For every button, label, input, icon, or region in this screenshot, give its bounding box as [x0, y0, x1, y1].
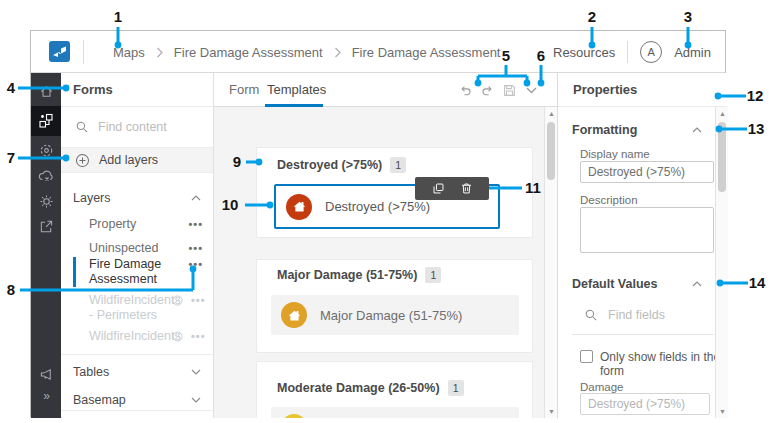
- chevron-right-icon: [156, 47, 163, 58]
- callout-4: 4: [0, 79, 22, 96]
- scrollbar-thumb[interactable]: [547, 122, 555, 180]
- layer-row-wildfire-incidents[interactable]: WildfireIncidents •••: [61, 325, 213, 347]
- scrollbar-thumb[interactable]: [718, 122, 726, 192]
- template-group-header: Destroyed (>75%) 1: [277, 157, 406, 173]
- group-count-badge: 1: [448, 380, 464, 396]
- sidebar-collapse-button[interactable]: »: [31, 389, 61, 403]
- gear-icon: [39, 194, 54, 209]
- add-layers-button[interactable]: Add layers: [61, 148, 213, 173]
- formatting-section-header[interactable]: Formatting: [572, 123, 702, 137]
- default-values-section-header[interactable]: Default Values: [572, 277, 702, 291]
- find-fields-input[interactable]: [608, 308, 698, 322]
- divider: [572, 334, 714, 335]
- damage-field-label: Damage: [580, 381, 623, 393]
- app-header: Maps Fire Damage Assessment Fire Damage …: [31, 31, 725, 73]
- add-layers-label: Add layers: [99, 153, 158, 167]
- save-button[interactable]: [501, 82, 518, 99]
- layer-options-button[interactable]: •••: [191, 329, 206, 344]
- layer-row-fire-damage-assessment[interactable]: Fire Damage Assessment •••: [61, 257, 213, 289]
- search-input[interactable]: [98, 120, 198, 134]
- properties-scrollbar[interactable]: ▲ ▼: [715, 107, 728, 418]
- offline-cloud-icon: [38, 168, 54, 184]
- callout-12: 12: [744, 87, 766, 104]
- callout-8: 8: [0, 281, 22, 298]
- group-label: Major Damage (51-75%): [277, 268, 417, 282]
- forms-icon: [38, 113, 54, 129]
- editor-panel: Form Templates: [214, 73, 557, 418]
- layer-options-button[interactable]: •••: [188, 217, 203, 232]
- sidebar-item-overview[interactable]: [31, 78, 61, 104]
- avatar[interactable]: A: [640, 41, 662, 63]
- sidebar-item-feedback[interactable]: [31, 361, 61, 387]
- callout-5: 5: [495, 47, 517, 64]
- field-maps-logo-icon[interactable]: [49, 41, 70, 62]
- chevron-right-icon: [334, 47, 341, 58]
- callout-7: 7: [0, 149, 22, 166]
- scroll-up-arrow[interactable]: ▲: [545, 107, 557, 120]
- template-card-moderate-damage[interactable]: Moderate Damage (26-50%): [271, 407, 519, 418]
- chevron-down-icon: [191, 397, 201, 403]
- find-fields-search[interactable]: [584, 308, 698, 322]
- home-icon: [39, 84, 54, 99]
- template-card-major-damage[interactable]: Major Damage (51-75%): [271, 295, 519, 335]
- sidebar-item-forms[interactable]: [31, 106, 61, 136]
- layer-options-button[interactable]: •••: [191, 293, 206, 308]
- tab-templates[interactable]: Templates: [267, 73, 326, 107]
- layer-options-button[interactable]: •••: [188, 257, 203, 272]
- undo-button[interactable]: [457, 82, 474, 99]
- layer-name: Property: [89, 217, 171, 232]
- layer-row-property[interactable]: Property •••: [61, 213, 213, 235]
- find-content-search[interactable]: [61, 107, 213, 148]
- template-card-label: Major Damage (51-75%): [320, 308, 462, 323]
- properties-panel-title: Properties: [558, 73, 727, 107]
- tab-form[interactable]: Form: [229, 73, 259, 107]
- layer-options-button[interactable]: •••: [188, 241, 203, 256]
- sidebar-item-sharing[interactable]: [31, 213, 61, 239]
- duplicate-template-button[interactable]: [431, 182, 445, 196]
- scroll-down-arrow[interactable]: ▼: [716, 405, 729, 418]
- moderate-damage-symbol-icon: [281, 414, 307, 418]
- redo-button[interactable]: [479, 82, 496, 99]
- not-editable-icon: [171, 330, 184, 343]
- destroyed-symbol-icon: [286, 194, 312, 220]
- resources-link[interactable]: Resources: [553, 45, 615, 60]
- search-icon: [584, 308, 598, 322]
- divider: [61, 410, 213, 411]
- scroll-down-arrow[interactable]: ▼: [545, 405, 557, 418]
- template-group-header: Moderate Damage (26-50%) 1: [277, 380, 464, 396]
- share-icon: [39, 219, 54, 234]
- only-show-fields-checkbox[interactable]: [580, 350, 593, 363]
- megaphone-icon: [39, 367, 54, 382]
- template-hover-toolbar: [415, 177, 489, 200]
- sidebar-item-offline[interactable]: [31, 163, 61, 189]
- group-label: Moderate Damage (26-50%): [277, 381, 440, 395]
- delete-template-button[interactable]: [459, 182, 473, 196]
- forms-panel: Forms Add layers Layers: [61, 73, 214, 418]
- layer-row-wildfire-perimeters[interactable]: WildfireIncidents - Perimeters •••: [61, 293, 213, 325]
- scroll-up-arrow[interactable]: ▲: [716, 107, 729, 120]
- editor-scrollbar[interactable]: ▲ ▼: [544, 107, 557, 418]
- breadcrumb-maps[interactable]: Maps: [113, 45, 145, 60]
- layers-section-header[interactable]: Layers: [61, 185, 213, 211]
- breadcrumb-map-name[interactable]: Fire Damage Assessment: [174, 45, 323, 60]
- layer-row-uninspected[interactable]: Uninspected •••: [61, 237, 213, 259]
- editor-toolbar: [457, 73, 540, 107]
- not-editable-icon: [171, 294, 184, 307]
- properties-panel: Properties Formatting Display name Descr…: [557, 73, 727, 418]
- sidebar-item-geofences[interactable]: [31, 137, 61, 163]
- sidebar-item-settings[interactable]: [31, 188, 61, 214]
- tables-section-header[interactable]: Tables: [61, 359, 213, 385]
- display-name-input[interactable]: [580, 161, 714, 183]
- callout-11: 11: [522, 179, 544, 196]
- header-divider: [627, 41, 628, 63]
- group-count-badge: 1: [425, 267, 441, 283]
- geofences-icon: [39, 143, 54, 158]
- callout-2: 2: [581, 8, 603, 25]
- description-input[interactable]: [580, 207, 714, 253]
- damage-field-input[interactable]: [580, 393, 710, 415]
- account-name[interactable]: Admin: [674, 45, 711, 60]
- layer-name: Fire Damage Assessment: [89, 257, 171, 287]
- save-options-chevron-icon[interactable]: [523, 82, 540, 99]
- breadcrumb-form-name: Fire Damage Assessment: [352, 45, 501, 60]
- chevron-up-icon: [692, 127, 702, 133]
